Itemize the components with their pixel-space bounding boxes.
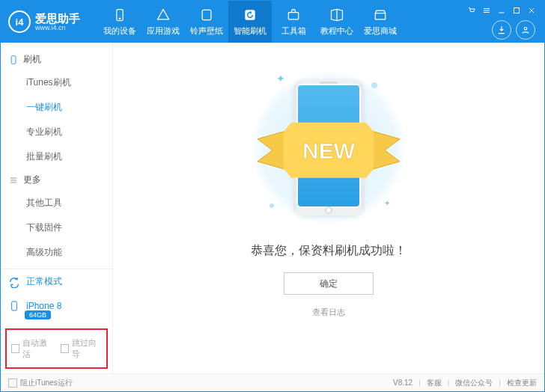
auto-activate-checkbox[interactable]: 自动激活 [11,337,53,360]
note-icon [199,7,214,22]
nav-store[interactable]: 爱思商城 [359,1,402,43]
download-button[interactable] [492,20,511,40]
nav-label: 工具箱 [281,25,306,37]
checkbox-label: 跳过向导 [72,337,102,360]
sync-icon [8,276,20,288]
refresh-icon [243,7,258,22]
phone-icon [8,55,19,65]
success-message: 恭喜您，保资料刷机成功啦！ [251,243,407,259]
checkbox-label: 阻止iTunes运行 [20,378,73,388]
nav-label: 我的设备 [103,25,136,37]
device-capacity-badge: 64GB [25,310,51,319]
nav-label: 应用游戏 [147,25,180,37]
sidebar-item-advanced[interactable]: 高级功能 [1,240,112,265]
sidebar-item-download-firmware[interactable]: 下载固件 [1,215,112,240]
status-link-support[interactable]: 客服 [427,378,442,388]
new-ribbon: NEW [250,116,407,186]
sidebar-section-more[interactable]: 更多 [1,169,112,191]
nav-apps[interactable]: 应用游戏 [141,1,185,43]
svg-rect-8 [12,301,17,310]
status-link-update[interactable]: 检查更新 [507,378,537,388]
svg-rect-2 [202,10,211,19]
view-log-link[interactable]: 查看日志 [312,307,345,318]
svg-text:NEW: NEW [302,138,356,162]
nav-tutorial[interactable]: 教程中心 [315,1,359,43]
toolbox-icon [286,7,301,22]
status-link-wechat[interactable]: 微信公众号 [455,378,493,388]
svg-rect-5 [514,8,520,13]
sidebar-item-itunes-flash[interactable]: iTunes刷机 [1,70,112,95]
maximize-button[interactable] [511,5,522,16]
checkbox-label: 自动激活 [22,337,52,360]
sidebar-section-label: 更多 [23,174,41,186]
success-illustration: ✦ ✦ NEW [231,65,426,230]
nav-label: 铃声壁纸 [190,25,223,37]
nav-rings[interactable]: 铃声壁纸 [185,1,228,43]
activation-options: 自动激活 跳过向导 [5,328,108,369]
svg-point-6 [524,28,527,31]
version-label: V8.12 [393,379,412,387]
device-mode-row[interactable]: 正常模式 [1,269,112,294]
list-icon [8,175,19,186]
sparkle-icon: ✦ [384,199,390,207]
sidebar-item-other-tools[interactable]: 其他工具 [1,191,112,215]
nav-label: 爱思商城 [364,25,397,37]
device-row[interactable]: iPhone 8 64GB [1,294,112,325]
nav-toolbox[interactable]: 工具箱 [272,1,315,43]
device-mode-label: 正常模式 [26,275,62,288]
ok-button[interactable]: 确定 [284,272,374,295]
app-url: www.i4.cn [35,24,80,31]
svg-rect-4 [288,12,298,19]
nav-label: 智能刷机 [234,25,267,37]
sparkle-icon: ✦ [276,73,285,85]
menu-icon[interactable] [481,5,492,16]
sidebar-section-flash[interactable]: 刷机 [1,49,112,70]
close-button[interactable] [526,5,537,16]
sidebar-section-label: 刷机 [23,53,41,66]
sidebar-item-pro-flash[interactable]: 专业刷机 [1,120,112,144]
app-name: 爱思助手 [35,13,80,24]
skip-guide-checkbox[interactable]: 跳过向导 [61,337,103,360]
phone-icon [112,7,127,22]
shop-icon [373,7,388,22]
phone-icon [8,300,20,312]
sidebar-item-onekey-flash[interactable]: 一键刷机 [1,95,112,120]
user-button[interactable] [516,20,535,40]
block-itunes-checkbox[interactable]: 阻止iTunes运行 [8,378,73,388]
sidebar-item-batch-flash[interactable]: 批量刷机 [1,144,112,169]
minimize-button[interactable] [496,5,507,16]
nav-flash[interactable]: 智能刷机 [228,1,272,43]
device-name: iPhone 8 [26,301,61,311]
svg-rect-7 [11,55,16,64]
book-icon [329,7,344,22]
svg-point-1 [119,18,121,19]
nav-label: 教程中心 [320,25,353,37]
app-logo: i4 爱思助手 www.i4.cn [1,1,98,43]
app-icon [156,7,171,22]
cart-icon[interactable] [466,5,477,16]
logo-badge: i4 [8,10,31,33]
nav-devices[interactable]: 我的设备 [98,1,141,43]
